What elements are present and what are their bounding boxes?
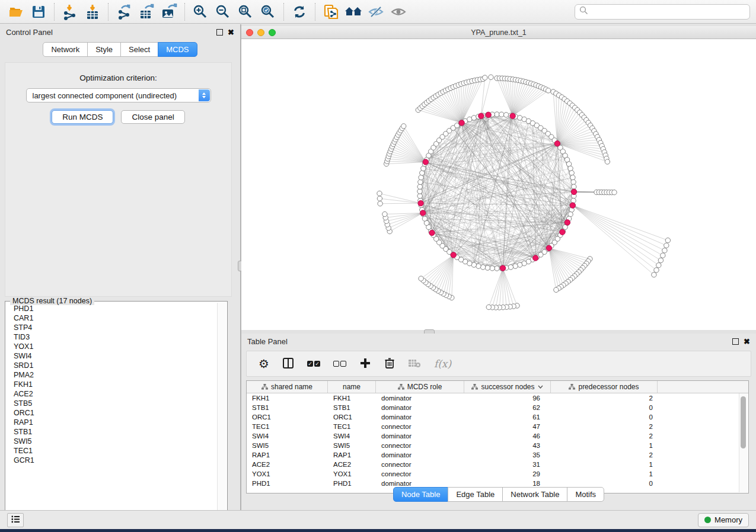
mcds-dominator-node[interactable] (571, 189, 576, 194)
mcds-list-scrollbar[interactable] (217, 303, 226, 519)
import-network-button[interactable] (59, 2, 81, 22)
column-header-MCDS-role[interactable]: MCDS role (376, 381, 464, 393)
mcds-result-item[interactable]: SWI5 (7, 437, 217, 446)
network-node[interactable] (495, 266, 499, 271)
zoom-selected-button[interactable] (257, 2, 279, 22)
hide-selected-button[interactable] (365, 2, 387, 22)
mcds-result-item[interactable]: YOX1 (7, 342, 217, 351)
mcds-result-item[interactable]: FKH1 (7, 380, 217, 389)
mcds-dominator-node[interactable] (554, 141, 560, 146)
network-node[interactable] (518, 262, 522, 267)
delete-column-button[interactable] (384, 357, 395, 371)
network-node[interactable] (499, 112, 504, 117)
network-node[interactable] (665, 238, 670, 243)
network-node[interactable] (569, 171, 574, 175)
network-node[interactable] (420, 171, 425, 175)
memory-button[interactable]: Memory (698, 513, 749, 527)
network-node[interactable] (508, 265, 513, 270)
column-header-predecessor-nodes[interactable]: predecessor nodes (551, 381, 658, 393)
tab-select[interactable]: Select (120, 42, 158, 57)
mcds-result-item[interactable]: RAP1 (7, 418, 217, 427)
close-panel-icon[interactable]: ✖ (744, 338, 750, 345)
mcds-dominator-node[interactable] (451, 252, 456, 258)
network-node[interactable] (486, 305, 491, 309)
mcds-dominator-node[interactable] (546, 245, 551, 251)
mcds-result-item[interactable]: SRD1 (7, 361, 217, 370)
mcds-result-item[interactable]: TEC1 (7, 446, 217, 456)
table-tab-network-table[interactable]: Network Table (502, 487, 567, 502)
network-node[interactable] (471, 116, 476, 120)
network-node[interactable] (485, 265, 490, 270)
tab-mcds[interactable]: MCDS (158, 42, 197, 57)
column-header-successor-nodes[interactable]: successor nodes (464, 381, 551, 393)
mcds-result-item[interactable]: PHD1 (7, 304, 217, 313)
mcds-result-item[interactable]: ORC1 (7, 408, 217, 418)
duplicate-network-button[interactable] (320, 2, 342, 22)
mcds-result-item[interactable]: SWI4 (7, 351, 217, 361)
save-session-button[interactable] (27, 2, 50, 22)
mcds-dominator-node[interactable] (423, 159, 428, 165)
network-node[interactable] (480, 265, 485, 270)
show-columns-button[interactable] (282, 357, 294, 371)
mcds-dominator-node[interactable] (429, 230, 435, 235)
network-node[interactable] (664, 243, 669, 248)
network-node[interactable] (495, 112, 499, 117)
network-node[interactable] (504, 113, 509, 117)
network-node[interactable] (382, 211, 387, 216)
network-node[interactable] (571, 180, 576, 184)
mcds-result-item[interactable]: ACE2 (7, 389, 217, 399)
mcds-dominator-node[interactable] (564, 220, 570, 225)
task-history-button[interactable] (7, 513, 24, 527)
close-panel-icon[interactable]: ✖ (228, 28, 234, 36)
network-node[interactable] (483, 75, 487, 80)
table-row[interactable]: SWI5SWI5connector431 (247, 441, 748, 450)
search-input[interactable] (591, 5, 749, 18)
table-row[interactable]: RAP1RAP1dominator352 (247, 450, 748, 460)
zoom-fit-button[interactable] (234, 2, 257, 22)
table-settings-button[interactable]: ⚙ (259, 358, 269, 370)
network-node[interactable] (605, 159, 610, 164)
network-node[interactable] (417, 194, 422, 198)
mcds-dominator-node[interactable] (533, 255, 538, 261)
mcds-result-item[interactable]: PMA2 (7, 370, 217, 380)
table-row[interactable]: YOX1YOX1connector291 (247, 469, 748, 479)
table-row[interactable]: FKH1FKH1dominator962 (247, 393, 748, 403)
scrollbar-thumb[interactable] (741, 396, 746, 448)
network-node[interactable] (418, 180, 423, 184)
table-scrollbar[interactable] (739, 393, 748, 492)
mcds-result-item[interactable]: STP4 (7, 323, 217, 332)
zoom-out-button[interactable] (212, 2, 234, 22)
mcds-result-item[interactable]: GCR1 (7, 456, 217, 465)
network-node[interactable] (419, 276, 423, 281)
network-node[interactable] (568, 166, 573, 171)
mcds-dominator-node[interactable] (570, 203, 575, 208)
mcds-result-item[interactable]: TID3 (7, 332, 217, 342)
deselect-all-rows-button[interactable] (333, 361, 346, 367)
mcds-result-item[interactable]: CAR1 (7, 313, 217, 323)
import-table-button[interactable] (81, 2, 104, 22)
float-panel-icon[interactable] (216, 29, 223, 36)
mcds-result-list[interactable]: PHD1CAR1STP4TID3YOX1SWI4SRD1PMA2FKH1ACE2… (7, 304, 217, 519)
network-node[interactable] (378, 201, 382, 206)
first-neighbors-button[interactable] (342, 2, 365, 22)
network-node[interactable] (476, 264, 481, 268)
export-image-button[interactable] (158, 2, 180, 22)
network-node[interactable] (572, 184, 576, 189)
network-node[interactable] (401, 124, 406, 129)
network-node[interactable] (546, 88, 551, 93)
mcds-dominator-node[interactable] (420, 210, 426, 216)
mcds-dominator-node[interactable] (560, 229, 565, 235)
table-row[interactable]: STB1STB1dominator620 (247, 403, 748, 412)
network-graph[interactable] (241, 39, 756, 330)
run-mcds-button[interactable]: Run MCDS (52, 110, 113, 124)
table-tab-node-table[interactable]: Node Table (393, 487, 449, 502)
network-node[interactable] (489, 75, 493, 79)
export-network-button[interactable] (113, 2, 135, 22)
table-row[interactable]: ACE2ACE2connector311 (247, 460, 748, 469)
network-node[interactable] (571, 198, 576, 203)
column-header-name[interactable]: name (328, 381, 376, 393)
column-header-shared-name[interactable]: shared name (247, 381, 328, 393)
table-row[interactable]: ORC1ORC1dominator610 (247, 412, 748, 422)
mcds-result-item[interactable]: STB1 (7, 427, 217, 437)
network-node[interactable] (377, 196, 382, 201)
